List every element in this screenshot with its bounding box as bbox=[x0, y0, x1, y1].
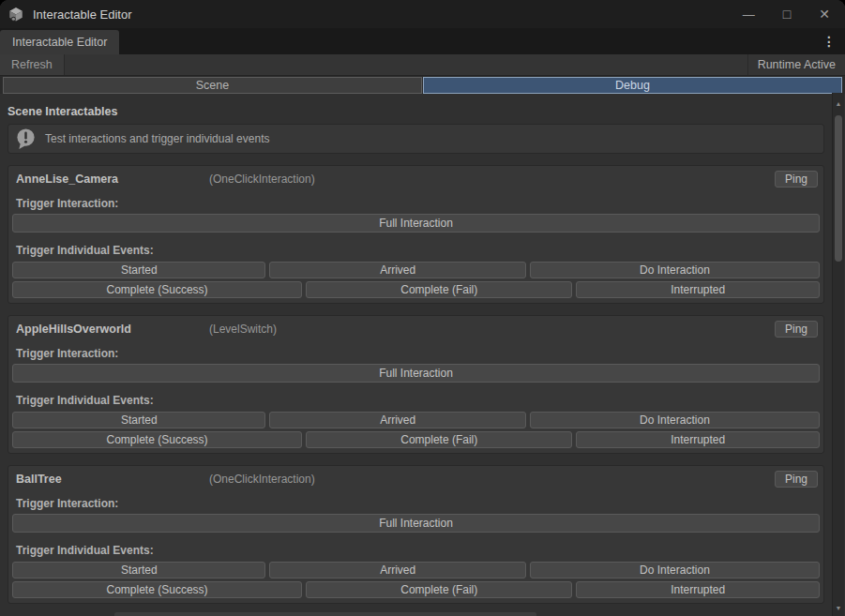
debug-tab-button[interactable]: Debug bbox=[423, 77, 842, 94]
complete-fail-button[interactable]: Complete (Fail) bbox=[306, 431, 572, 448]
trigger-interaction-label: Trigger Interaction: bbox=[16, 197, 816, 210]
started-button[interactable]: Started bbox=[12, 262, 265, 278]
complete-success-button[interactable]: Complete (Success) bbox=[12, 431, 302, 448]
complete-fail-button[interactable]: Complete (Fail) bbox=[306, 581, 572, 598]
app-cube-icon bbox=[8, 6, 24, 23]
toolbar: Refresh Runtime Active bbox=[0, 54, 845, 76]
titlebar: Interactable Editor — □ ✕ bbox=[0, 0, 845, 28]
interactable-name: AnneLise_Camera bbox=[16, 173, 209, 186]
ping-button[interactable]: Ping bbox=[775, 171, 818, 188]
started-button[interactable]: Started bbox=[12, 562, 265, 578]
interrupted-button[interactable]: Interrupted bbox=[576, 581, 820, 598]
partially-visible-next-row bbox=[114, 612, 536, 616]
interactable-type: (OneClickInteraction) bbox=[209, 173, 315, 186]
interactable-name: AppleHillsOverworld bbox=[16, 323, 209, 336]
do-interaction-button[interactable]: Do Interaction bbox=[530, 262, 820, 278]
ping-button[interactable]: Ping bbox=[775, 471, 818, 488]
arrived-button[interactable]: Arrived bbox=[269, 262, 525, 278]
arrived-button[interactable]: Arrived bbox=[269, 562, 525, 578]
scrollbar-thumb[interactable] bbox=[835, 115, 842, 262]
do-interaction-button[interactable]: Do Interaction bbox=[530, 562, 820, 578]
kebab-menu-icon[interactable]: ⋮ bbox=[822, 34, 836, 49]
interrupted-button[interactable]: Interrupted bbox=[576, 431, 820, 448]
info-helpbox: Test interactions and trigger individual… bbox=[8, 124, 824, 154]
full-interaction-button[interactable]: Full Interaction bbox=[12, 214, 820, 233]
scroll-up-icon[interactable]: ▲ bbox=[833, 98, 844, 110]
close-icon[interactable]: ✕ bbox=[819, 8, 830, 21]
maximize-icon[interactable]: □ bbox=[783, 8, 791, 21]
window-controls: — □ ✕ bbox=[743, 8, 830, 21]
do-interaction-button[interactable]: Do Interaction bbox=[530, 412, 820, 428]
refresh-button[interactable]: Refresh bbox=[0, 54, 65, 75]
view-toggle: Scene Debug bbox=[0, 76, 845, 94]
trigger-events-label: Trigger Individual Events: bbox=[16, 394, 816, 407]
entry-header: BallTree (OneClickInteraction) Ping bbox=[12, 471, 820, 488]
trigger-events-label: Trigger Individual Events: bbox=[16, 544, 816, 557]
interactable-entry: BallTree (OneClickInteraction) Ping Trig… bbox=[8, 465, 824, 604]
interrupted-button[interactable]: Interrupted bbox=[576, 281, 820, 298]
info-bubble-icon bbox=[15, 128, 37, 150]
event-buttons-row-2: Complete (Success) Complete (Fail) Inter… bbox=[12, 431, 820, 448]
entry-header: AppleHillsOverworld (LevelSwitch) Ping bbox=[12, 321, 820, 338]
complete-success-button[interactable]: Complete (Success) bbox=[12, 581, 302, 598]
interactable-name: BallTree bbox=[16, 473, 209, 486]
trigger-events-label: Trigger Individual Events: bbox=[16, 244, 816, 257]
scene-tab-button[interactable]: Scene bbox=[3, 77, 422, 94]
interactable-editor-window: Interactable Editor — □ ✕ Interactable E… bbox=[0, 0, 845, 616]
minimize-icon[interactable]: — bbox=[743, 8, 755, 21]
started-button[interactable]: Started bbox=[12, 412, 265, 428]
scroll-down-icon[interactable]: ▼ bbox=[833, 603, 844, 614]
scene-interactables-panel: Scene Interactables Test interactions an… bbox=[0, 94, 845, 616]
tab-interactable-editor[interactable]: Interactable Editor bbox=[0, 30, 119, 54]
event-buttons-row-2: Complete (Success) Complete (Fail) Inter… bbox=[12, 281, 820, 298]
interactable-type: (OneClickInteraction) bbox=[209, 473, 315, 486]
trigger-interaction-label: Trigger Interaction: bbox=[16, 497, 816, 510]
window-title: Interactable Editor bbox=[33, 8, 132, 22]
arrived-button[interactable]: Arrived bbox=[269, 412, 525, 428]
ping-button[interactable]: Ping bbox=[775, 321, 818, 338]
full-interaction-button[interactable]: Full Interaction bbox=[12, 514, 820, 533]
complete-fail-button[interactable]: Complete (Fail) bbox=[306, 281, 572, 298]
event-buttons-row-1: Started Arrived Do Interaction bbox=[12, 412, 820, 428]
section-header: Scene Interactables bbox=[8, 105, 824, 118]
event-buttons-row-1: Started Arrived Do Interaction bbox=[12, 262, 820, 278]
event-buttons-row-2: Complete (Success) Complete (Fail) Inter… bbox=[12, 581, 820, 598]
entry-header: AnneLise_Camera (OneClickInteraction) Pi… bbox=[12, 171, 820, 188]
complete-success-button[interactable]: Complete (Success) bbox=[12, 281, 302, 298]
interactable-entry: AppleHillsOverworld (LevelSwitch) Ping T… bbox=[8, 315, 824, 454]
entries-list: AnneLise_Camera (OneClickInteraction) Pi… bbox=[8, 165, 824, 604]
runtime-active-label: Runtime Active bbox=[747, 54, 845, 75]
interactable-entry: AnneLise_Camera (OneClickInteraction) Pi… bbox=[8, 165, 824, 304]
tab-strip: Interactable Editor ⋮ bbox=[0, 28, 845, 54]
full-interaction-button[interactable]: Full Interaction bbox=[12, 364, 820, 383]
interactable-type: (LevelSwitch) bbox=[209, 323, 277, 336]
vertical-scrollbar[interactable]: ▲ ▼ bbox=[832, 93, 844, 616]
event-buttons-row-1: Started Arrived Do Interaction bbox=[12, 562, 820, 578]
trigger-interaction-label: Trigger Interaction: bbox=[16, 347, 816, 360]
info-text: Test interactions and trigger individual… bbox=[45, 132, 269, 145]
